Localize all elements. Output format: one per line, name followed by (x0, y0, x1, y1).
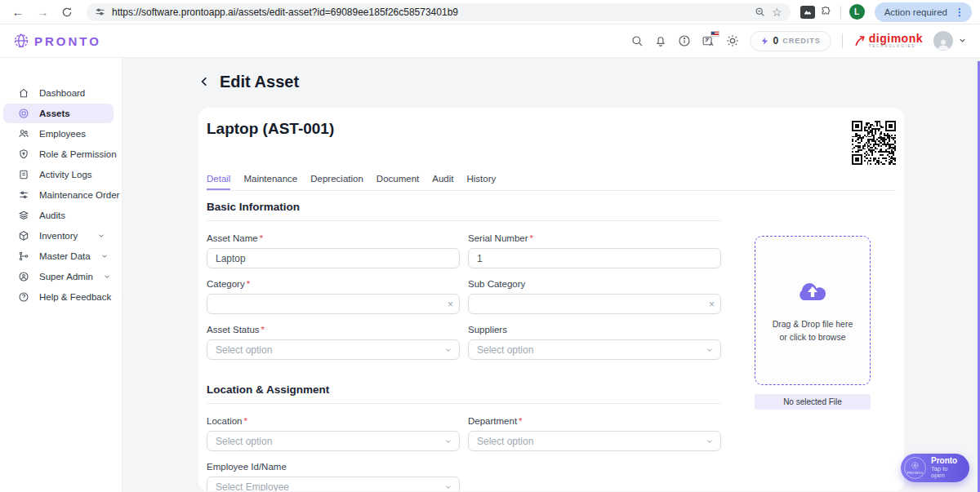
chevron-down-icon (97, 232, 105, 240)
credits-pill[interactable]: 0 CREDITS (750, 31, 831, 51)
brand-logo[interactable]: PRONTO (13, 33, 101, 49)
refresh-button[interactable] (57, 2, 77, 22)
kebab-menu-icon[interactable]: ⋮ (952, 7, 967, 18)
partner-name: digimonk (869, 33, 923, 44)
no-file-badge: No selected File (755, 394, 871, 410)
tab-depreciation[interactable]: Depreciation (310, 174, 363, 190)
url-text[interactable]: https://software.prontoapp.ai/assets/edi… (112, 7, 748, 18)
theme-toggle-button[interactable] (726, 34, 739, 47)
chevron-down-icon[interactable] (958, 33, 967, 48)
sidebar-item-maintenance-order[interactable]: Maintenance Order (3, 185, 114, 205)
page-title: Edit Asset (220, 73, 299, 91)
clear-icon[interactable]: × (709, 299, 715, 309)
assets-icon (18, 108, 29, 119)
serial-number-input[interactable] (468, 248, 721, 268)
category-input[interactable] (207, 294, 460, 314)
tab-document[interactable]: Document (376, 174, 419, 190)
credits-count: 0 (773, 35, 779, 47)
app-header: PRONTO 0 CREDITS (0, 24, 980, 58)
sub-category-input[interactable] (468, 294, 721, 314)
site-info-icon[interactable] (95, 7, 105, 17)
chevron-down-icon (444, 483, 452, 491)
field-category: Category* × (207, 279, 460, 314)
pronto-badge-icon: PRONTO (904, 457, 926, 479)
sidebar-item-inventory[interactable]: Inventory (3, 226, 114, 246)
pronto-chat-widget[interactable]: PRONTO Pronto Tap to open (901, 454, 969, 482)
serial-number-label: Serial Number (468, 233, 528, 243)
search-icon (630, 34, 644, 47)
action-required-label: Action required (884, 7, 947, 17)
asset-status-select[interactable]: Select option (207, 339, 460, 360)
required-asterisk: * (260, 233, 263, 243)
globe-icon (13, 33, 29, 49)
action-required-pill[interactable]: Action required ⋮ (875, 2, 972, 22)
section-basic-information: Basic Information (207, 201, 721, 213)
page-back-button[interactable] (198, 75, 212, 88)
chevron-down-icon (706, 437, 714, 445)
sidebar-item-super-admin[interactable]: Super Admin (3, 267, 114, 286)
extension-icon[interactable] (800, 6, 815, 19)
back-button[interactable]: ← (8, 2, 28, 22)
upload-column: Drag & Drop file here or click to browse… (755, 201, 871, 491)
account-menu[interactable] (933, 31, 967, 51)
sidebar-item-assets[interactable]: Assets (3, 104, 114, 123)
translate-button[interactable] (702, 34, 715, 48)
field-suppliers: Suppliers Select option (468, 325, 721, 360)
layers-icon (18, 210, 29, 221)
file-dropzone[interactable]: Drag & Drop file here or click to browse (755, 236, 871, 385)
clear-icon[interactable]: × (448, 299, 453, 309)
tab-detail[interactable]: Detail (207, 174, 230, 190)
sidebar-item-help-feedback[interactable]: Help & Feedback (3, 287, 114, 307)
browser-profile-avatar[interactable]: L (849, 4, 865, 20)
zoom-icon[interactable] (755, 7, 765, 17)
chevron-down-icon (103, 273, 111, 281)
browser-toolbar: ← → https://software.prontoapp.ai/assets… (0, 0, 980, 24)
toolbar-divider (840, 6, 841, 19)
suppliers-label: Suppliers (468, 325, 507, 335)
address-bar[interactable]: https://software.prontoapp.ai/assets/edi… (87, 3, 791, 21)
suppliers-select[interactable]: Select option (468, 339, 721, 360)
category-label: Category (207, 279, 245, 289)
forward-button[interactable]: → (33, 2, 52, 22)
field-asset-name: Asset Name* (207, 233, 460, 268)
credits-label: CREDITS (782, 37, 821, 45)
asset-name-input[interactable] (207, 248, 460, 268)
admin-icon (18, 271, 29, 282)
divider (207, 403, 721, 404)
location-select[interactable]: Select option (207, 431, 460, 451)
brand-name: PRONTO (34, 34, 101, 48)
field-location: Location* Select option (207, 416, 460, 451)
shield-icon (18, 148, 29, 160)
us-flag-icon (710, 31, 719, 37)
partner-subtitle: TECHNOLOGIES (869, 45, 923, 49)
tab-audit[interactable]: Audit (432, 174, 453, 190)
sidebar-item-activity-logs[interactable]: Activity Logs (3, 165, 114, 184)
info-button[interactable] (678, 34, 691, 47)
branch-icon (18, 250, 29, 262)
sidebar-item-role-permission[interactable]: Role & Permission (3, 144, 114, 164)
main-content: Edit Asset Laptop (AST-001) Detail Maint… (122, 58, 980, 492)
employee-label: Employee Id/Name (207, 462, 287, 472)
field-serial-number: Serial Number* (468, 233, 721, 268)
user-avatar[interactable] (933, 31, 953, 51)
home-icon (18, 87, 29, 99)
tab-maintenance[interactable]: Maintenance (243, 174, 297, 190)
sidebar-item-employees[interactable]: Employees (3, 124, 114, 144)
info-icon (678, 34, 691, 47)
bookmark-star-icon[interactable]: ☆ (772, 6, 782, 19)
sidebar: Dashboard Assets Employees Role & Permis… (0, 58, 122, 492)
sidebar-item-dashboard[interactable]: Dashboard (3, 83, 114, 103)
asset-title: Laptop (AST-001) (207, 120, 896, 138)
search-button[interactable] (630, 34, 644, 47)
notifications-button[interactable] (654, 34, 667, 47)
sidebar-item-audits[interactable]: Audits (3, 206, 114, 225)
tab-history[interactable]: History (466, 174, 496, 190)
extensions-puzzle-icon[interactable] (820, 6, 832, 18)
location-label: Location (207, 416, 242, 426)
department-select[interactable]: Select option (468, 431, 721, 451)
qr-code (852, 121, 896, 165)
sidebar-item-master-data[interactable]: Master Data (3, 246, 114, 266)
screen: ← → https://software.prontoapp.ai/assets… (0, 0, 980, 492)
required-asterisk: * (247, 279, 250, 289)
employee-select[interactable]: Select Employee (207, 476, 460, 491)
